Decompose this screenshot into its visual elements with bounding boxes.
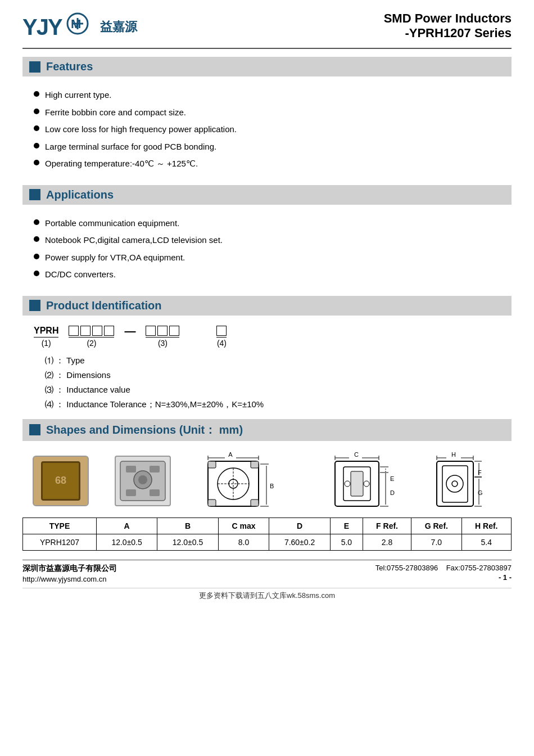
col-d: D [269, 518, 330, 534]
svg-text:C: C [354, 451, 359, 458]
pid-diagram-row: YPRH (1) (2) — (3) [34, 325, 500, 348]
col-gref: G Ref. [411, 518, 461, 534]
col-href: H Ref. [461, 518, 511, 534]
pid-group-4: (4) [216, 326, 227, 348]
tech-drawing-3: H F G [428, 450, 501, 512]
svg-text:B: B [270, 483, 274, 489]
applications-title: Applications [46, 188, 114, 201]
svg-point-56 [446, 475, 463, 492]
svg-text:G: G [478, 489, 483, 496]
table-row: YPRH1207 12.0±0.5 12.0±0.5 8.0 7.60±0.2 … [23, 534, 512, 550]
col-a: A [96, 518, 157, 534]
svg-rect-6 [126, 489, 136, 496]
pid-desc-4: ⑷ ： Inductance Tolerance；N=±30%,M=±20%，K… [45, 399, 500, 410]
features-list: High current type. Ferrite bobbin core a… [22, 82, 512, 177]
pid-box [157, 326, 168, 336]
pid-desc-3: ⑶ ： Inductance value [45, 385, 500, 395]
list-item: Portable communication equipment. [34, 217, 512, 230]
pid-boxes-3 [146, 326, 179, 338]
pid-boxes-4 [216, 326, 227, 338]
title-area: SMD Power Inductors -YPRH1207 Series [384, 11, 512, 40]
list-item: Notebook PC,digital camera,LCD televisio… [34, 234, 512, 247]
pid-desc-2: ⑵ ： Dimensions [45, 370, 500, 381]
side-view-svg: C E D [313, 450, 402, 512]
cell-gref: 7.0 [411, 534, 461, 550]
svg-point-40 [345, 481, 350, 487]
cell-href: 5.4 [461, 534, 511, 550]
list-item: High current type. [34, 89, 512, 102]
tech-drawing-2: C E D [313, 450, 402, 512]
applications-list: Portable communication equipment. Notebo… [22, 210, 512, 288]
list-item: Operating temperature:-40℃ ～ +125℃. [34, 158, 512, 170]
svg-rect-7 [150, 489, 160, 496]
cell-b: 12.0±0.5 [157, 534, 218, 550]
shapes-images: 68 A B [22, 450, 512, 512]
pid-desc-1: ⑴ ： Type [45, 356, 500, 366]
pid-group-1: YPRH (1) [34, 326, 58, 348]
svg-text:YJY: YJY [22, 15, 63, 39]
company-name: 深圳市益嘉源电子有限公司 [22, 564, 117, 574]
pid-box [104, 326, 114, 336]
svg-rect-8 [126, 466, 136, 472]
pid-label-1: (1) [42, 339, 51, 348]
bullet-dot [34, 254, 39, 259]
bullet-dot [34, 236, 39, 242]
pid-box [146, 326, 156, 336]
pid-dash: — [124, 325, 135, 338]
top-view-svg: A B [197, 450, 287, 512]
applications-icon [29, 189, 40, 200]
svg-rect-28 [208, 500, 216, 506]
col-type: TYPE [23, 518, 97, 534]
shapes-section-header: Shapes and Dimensions (Unit： mm) [22, 419, 512, 441]
list-item: DC/DC converters. [34, 268, 512, 281]
bullet-dot [34, 143, 39, 148]
shapes-icon [29, 424, 40, 435]
cell-e: 5.0 [330, 534, 363, 550]
features-title: Features [46, 60, 93, 73]
svg-text:H: H [451, 451, 456, 458]
svg-point-11 [138, 475, 147, 484]
product-id-section-header: Product Identification [22, 296, 512, 316]
list-item: Ferrite bobbin core and compact size. [34, 106, 512, 119]
list-item: Low core loss for high frequency power a… [34, 123, 512, 136]
col-fref: F Ref. [363, 518, 411, 534]
svg-point-41 [364, 481, 369, 487]
footer-bottom: 更多资料下载请到五八文库wk.58sms.com [22, 588, 512, 601]
features-section-header: Features [22, 57, 512, 76]
inductor-photo-1: 68 [33, 456, 89, 506]
pid-group-2: (2) [69, 326, 114, 348]
svg-point-57 [452, 481, 458, 487]
table-header-row: TYPE A B C max D E F Ref. G Ref. H Ref. [23, 518, 512, 534]
inductor-photo-2 [115, 456, 171, 506]
product-id-icon [29, 300, 40, 311]
pid-label-4: (4) [217, 339, 227, 348]
product-id-title: Product Identification [46, 299, 162, 312]
svg-text:F: F [478, 469, 482, 476]
pid-box [69, 326, 79, 336]
pid-box [80, 326, 90, 336]
bullet-dot [34, 91, 39, 97]
pid-group-3: (3) [146, 326, 179, 348]
bullet-dot [34, 271, 39, 276]
col-b: B [157, 518, 218, 534]
page-header: YJY M 益嘉源 SMD Power Inductors -YPRH1207 … [22, 11, 512, 49]
footer-right: Tel:0755-27803896 Fax:0755-27803897 - 1 … [375, 564, 512, 582]
tech-drawing-1: A B [197, 450, 287, 512]
list-item: Power supply for VTR,OA equipment. [34, 251, 512, 264]
product-id-diagram: YPRH (1) (2) — (3) [34, 325, 500, 410]
page-footer: 深圳市益嘉源电子有限公司 http://www.yjysmd.com.cn Te… [22, 560, 512, 583]
features-icon [29, 61, 40, 73]
bullet-dot [34, 219, 39, 225]
title-line2: -YPRH1207 Series [384, 26, 512, 40]
shapes-title: Shapes and Dimensions (Unit： mm) [46, 422, 243, 438]
svg-rect-29 [251, 500, 259, 506]
col-cmax: C max [218, 518, 269, 534]
svg-rect-26 [208, 461, 216, 468]
svg-text:A: A [228, 451, 233, 458]
logo-area: YJY M 益嘉源 [22, 11, 137, 42]
pid-label-2: (2) [87, 339, 96, 348]
dimensions-table: TYPE A B C max D E F Ref. G Ref. H Ref. … [22, 518, 512, 551]
logo-svg: YJY M [22, 11, 96, 42]
svg-text:M: M [71, 17, 81, 31]
shapes-section: 68 A B [22, 450, 512, 551]
